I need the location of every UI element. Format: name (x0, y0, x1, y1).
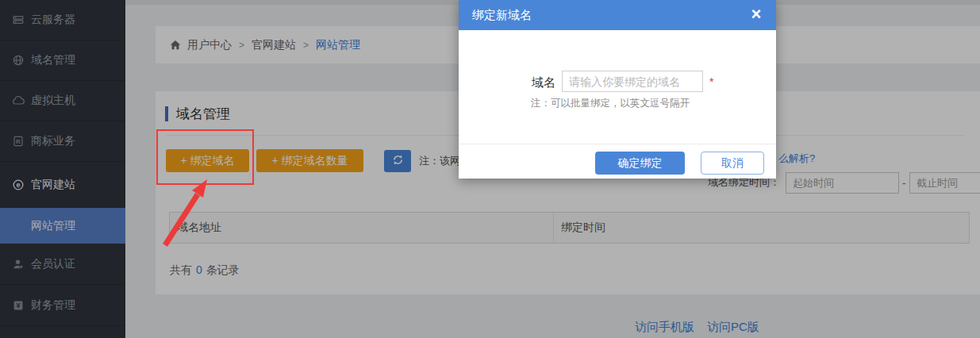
modal-note: 注：可以批量绑定，以英文逗号隔开 (531, 97, 690, 110)
confirm-bind-button[interactable]: 确定绑定 (595, 152, 685, 175)
modal-footer-divider (459, 144, 776, 144)
modal-header: 绑定新域名 (459, 0, 776, 30)
app-window: 云服务器 域名管理 虚拟主机 R 商标业务 e (0, 0, 980, 338)
modal-title: 绑定新域名 (472, 8, 532, 23)
domain-input[interactable] (562, 71, 703, 92)
cancel-button[interactable]: 取消 (701, 152, 764, 175)
bind-domain-modal: 绑定新域名 × 域名 * 注：可以批量绑定，以英文逗号隔开 确定绑定 取消 (459, 0, 776, 179)
close-icon[interactable]: × (746, 3, 767, 25)
annotation-highlight-rectangle (156, 129, 254, 185)
required-asterisk: * (709, 75, 713, 88)
domain-field-label: 域名 (532, 75, 555, 90)
